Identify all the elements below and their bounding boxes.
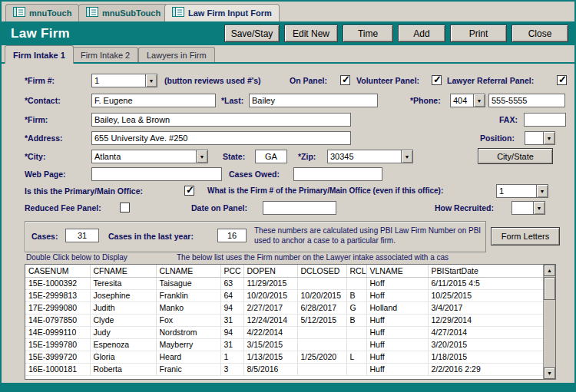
- table-cell: 6/28/2017: [297, 301, 346, 314]
- tab-label: mnuSubTouch: [102, 8, 161, 18]
- table-row[interactable]: 14E-0797850ClydeFox3112/24/20145/12/2015…: [25, 314, 543, 326]
- dropdown-arrow-icon[interactable]: [196, 150, 207, 163]
- date-on-panel-input[interactable]: [263, 201, 336, 215]
- zip-combo[interactable]: 30345: [327, 150, 413, 163]
- table-row[interactable]: 15E-1999780EspenozaMayberry313/15/2015Hu…: [25, 338, 543, 351]
- address-input[interactable]: [91, 131, 351, 145]
- tab-mnusubtouch[interactable]: mnuSubTouch: [78, 4, 168, 21]
- scroll-up-icon[interactable]: [544, 265, 555, 276]
- table-cell: 10/20/2015: [297, 289, 346, 301]
- primary-office-label: Is this the Primary/Main Office:: [25, 184, 143, 198]
- area-code-combo[interactable]: 404: [450, 94, 485, 107]
- table-row[interactable]: 15E-3999720GloriaHeard11/13/20151/25/202…: [25, 351, 543, 363]
- form-letters-button[interactable]: Form Letters: [491, 227, 560, 245]
- time-button[interactable]: Time: [343, 25, 393, 42]
- position-combo[interactable]: [525, 131, 555, 145]
- lawyer-referral-panel-checkbox[interactable]: [557, 75, 567, 85]
- phone-label: *Phone:: [410, 94, 441, 107]
- close-button[interactable]: Close: [511, 25, 568, 42]
- column-header: VLNAME: [366, 265, 428, 277]
- table-row[interactable]: 17E-2999080JudithManko942/27/20176/28/20…: [25, 301, 543, 314]
- reduced-fee-panel-checkbox[interactable]: [120, 203, 130, 212]
- tab-mnutouch[interactable]: mnuTouch: [5, 4, 79, 21]
- zip-value: 30345: [328, 150, 401, 163]
- table-row[interactable]: 14E-0999110JudyNordstrom944/22/2014Huff4…: [25, 326, 543, 338]
- column-header: CLNAME: [156, 265, 220, 277]
- dropdown-arrow-icon[interactable]: [536, 185, 548, 197]
- firm-number-hint: (button reviews used #'s): [164, 74, 261, 87]
- table-cell: 1/25/2020: [297, 351, 346, 363]
- table-cell: 15E-1999780: [25, 338, 90, 351]
- scroll-down-icon[interactable]: [544, 367, 555, 379]
- how-recruited-combo[interactable]: [511, 201, 545, 215]
- dropdown-arrow-icon[interactable]: [145, 74, 157, 87]
- table-cell: Mayberry: [156, 338, 220, 351]
- firm-number-value: 1: [92, 74, 145, 87]
- tab-firm-intake-2[interactable]: Firm Intake 2: [72, 47, 138, 62]
- table-cell: [297, 277, 346, 289]
- scrollbar-thumb[interactable]: [544, 277, 555, 300]
- state-input[interactable]: [255, 150, 287, 163]
- cases-owed-input[interactable]: [293, 167, 382, 181]
- dropdown-arrow-icon[interactable]: [401, 150, 412, 163]
- form-icon: [86, 6, 98, 20]
- firm-name-input[interactable]: [91, 113, 351, 127]
- phone-number-input[interactable]: [488, 94, 565, 107]
- cases-list-content: CASENUMCFNAMECLNAMEPCCDOPENDCLOSEDRCLVLN…: [25, 265, 543, 379]
- table-row[interactable]: 15E-1000392TeresitaTaisague6311/29/2015H…: [25, 277, 543, 289]
- table-cell: L: [346, 351, 366, 363]
- table-cell: Holland: [366, 301, 428, 314]
- volunteer-panel-checkbox[interactable]: [432, 75, 442, 85]
- table-cell: 15E-1000392: [25, 277, 90, 289]
- double-click-caption: Double Click below to Display: [26, 253, 127, 262]
- table-cell: B: [346, 314, 366, 326]
- firm-number-combo[interactable]: 1: [91, 74, 157, 87]
- table-cell: B: [346, 289, 366, 301]
- add-button[interactable]: Add: [398, 25, 445, 42]
- table-cell: [297, 338, 346, 351]
- vertical-scrollbar[interactable]: [543, 265, 555, 379]
- dropdown-arrow-icon[interactable]: [543, 132, 554, 144]
- contact-input[interactable]: [91, 94, 216, 107]
- city-combo[interactable]: Atlanta: [91, 150, 208, 163]
- primary-firm-number-combo[interactable]: 1: [496, 184, 548, 198]
- table-cell: Hoff: [366, 289, 428, 301]
- web-page-input[interactable]: [91, 167, 222, 181]
- primary-office-checkbox[interactable]: [184, 186, 194, 196]
- print-button[interactable]: Print: [450, 25, 507, 42]
- dropdown-arrow-icon[interactable]: [533, 202, 545, 214]
- on-panel-checkbox[interactable]: [340, 75, 350, 85]
- top-tab-bar: mnuTouch mnuSubTouch Law Firm Input Form: [2, 2, 574, 21]
- table-cell: Huff: [366, 314, 428, 326]
- table-cell: 64: [220, 289, 243, 301]
- form-icon: [172, 6, 184, 20]
- table-cell: 2/27/2017: [243, 301, 297, 314]
- city-state-button[interactable]: City/State: [478, 148, 553, 164]
- table-row[interactable]: 15E-2999813JosephineFranklin6410/20/2015…: [25, 289, 543, 301]
- table-cell: Fox: [156, 314, 220, 326]
- save-stay-button[interactable]: Save/Stay: [224, 25, 280, 42]
- table-row[interactable]: 16E-1000181RobertaFranic38/5/2016Huff2/2…: [25, 363, 543, 375]
- last-name-input[interactable]: [249, 94, 378, 107]
- table-cell: 94: [220, 301, 243, 314]
- cases-table-body: 15E-1000392TeresitaTaisague6311/29/2015H…: [25, 277, 543, 375]
- web-page-label: Web Page:: [25, 167, 65, 181]
- fax-input[interactable]: [524, 113, 566, 127]
- table-cell: 11/29/2015: [243, 277, 297, 289]
- table-cell: Huff: [366, 338, 428, 351]
- cases-count-input[interactable]: [65, 229, 99, 242]
- edit-new-button[interactable]: Edit New: [284, 25, 338, 42]
- cases-last-year-input[interactable]: [217, 229, 247, 242]
- table-cell: 1/13/2015: [243, 351, 297, 363]
- bottom-bar: [2, 383, 574, 390]
- tab-firm-intake-1[interactable]: Firm Intake 1: [5, 45, 74, 64]
- table-cell: 16E-1000181: [25, 363, 90, 375]
- table-cell: 10/20/2015: [243, 289, 297, 301]
- tab-law-firm-input-form[interactable]: Law Firm Input Form: [164, 4, 280, 21]
- table-cell: 15E-3999720: [25, 351, 90, 363]
- tab-lawyers-in-firm[interactable]: Lawyers in Firm: [138, 47, 215, 62]
- city-label: *City:: [25, 150, 45, 163]
- list-description-caption: The below list uses the Firm number on t…: [177, 253, 449, 262]
- dropdown-arrow-icon[interactable]: [473, 94, 485, 107]
- cases-list: CASENUMCFNAMECLNAMEPCCDOPENDCLOSEDRCLVLN…: [25, 264, 556, 380]
